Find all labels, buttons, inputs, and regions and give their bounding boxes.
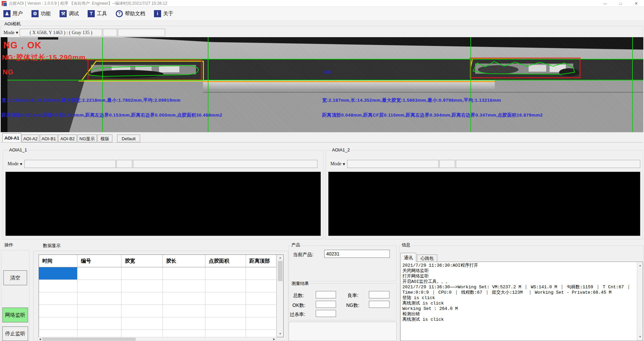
toolbar-item-help[interactable]: ? 帮助文档 (116, 10, 145, 17)
comms-log[interactable]: 2021/7/29 11:36:30:AOI程序打开 关闭网络监听 打开网络监听… (400, 262, 643, 341)
aoia1-2-image-view[interactable] (328, 172, 640, 236)
left-stats-line1: 宽:2.218mm,长:15.290mm,最大胶宽:2.2218mm,最小:1.… (2, 97, 180, 103)
log-line: 2021/7/29 11:36:30:AOI程序打开 (402, 263, 636, 268)
column-header-distance-top[interactable]: 距离顶部 (246, 255, 276, 267)
scroll-right-icon[interactable]: ▶ (272, 337, 276, 341)
tab-aoi-a2[interactable]: AOI-A2 (22, 135, 39, 142)
log-line: 离线测试 is click (402, 301, 636, 306)
toolbar-label-tools: 工具 (97, 10, 107, 17)
window-title: 点胶AOI [ Version : 1.0.0.9 ] 程序 【当前用户: En… (9, 1, 167, 6)
left-stats-line2: 距离顶部0.021mm,距离CF层0.110mm,距离左边界0.153mm,距离… (2, 112, 222, 118)
close-button[interactable]: ✕ (628, 0, 644, 7)
orange-baseline-segment (203, 81, 495, 82)
operation-group-label: 操作 (3, 242, 14, 248)
user-icon: ♟ (3, 10, 10, 17)
table-cell (246, 267, 276, 280)
table-cell (205, 267, 246, 280)
tab-ng-display[interactable]: NG显示 (77, 135, 97, 142)
column-header-glue-width[interactable]: 胶宽 (121, 255, 163, 267)
scroll-up-icon[interactable]: ▲ (277, 255, 284, 260)
column-header-time[interactable]: 时间 (39, 255, 77, 267)
tab-default[interactable]: Default (117, 135, 140, 142)
stop-listen-button[interactable]: 停止监听 (2, 326, 28, 341)
table-horizontal-scrollbar[interactable]: ◀ ▶ (37, 337, 277, 341)
tab-aoi-b2[interactable]: AOI-B2 (58, 135, 77, 142)
ok-label-text: OK (324, 70, 331, 75)
minimize-button[interactable]: — (597, 0, 613, 7)
tab-heartbeat[interactable]: 心跳包 (417, 254, 437, 262)
left-glue-overlay (80, 58, 207, 81)
clear-button[interactable]: 清空 (3, 270, 27, 285)
toolbar-item-debug[interactable]: ⚒ 调试 (60, 10, 79, 17)
tab-aoi-b1[interactable]: AOI-B1 (40, 135, 58, 142)
green-horizontal-line-top (7, 59, 643, 59)
aoia1-2-label: AOIA1_2 (331, 147, 351, 152)
aoia1-2-field-1 (347, 160, 439, 168)
toolbar-item-function[interactable]: ⚙ 功能 (31, 10, 51, 17)
aoia1-1-field-1 (24, 160, 116, 168)
overkill-rate-input[interactable] (316, 310, 336, 317)
table-cell (246, 292, 276, 305)
camera-mode-label: Mode (3, 30, 15, 35)
scroll-down-icon[interactable]: ▼ (277, 332, 284, 336)
table-cell-selected[interactable] (39, 267, 77, 280)
maximize-button[interactable]: □ (613, 0, 628, 7)
camera-mode-dropdown[interactable]: Mode▾ (3, 29, 19, 36)
table-cell (121, 317, 163, 330)
tab-comms[interactable]: 通讯 (400, 253, 416, 262)
table-scroll-thumb[interactable] (278, 261, 283, 281)
table-cell (121, 280, 163, 292)
app-icon (2, 1, 6, 6)
log-line: 2021/7/29 11:36:30——>Working Set: VM:523… (402, 285, 636, 290)
spare-panel (289, 322, 397, 341)
log-vertical-scrollbar[interactable]: ▲ ▼ (637, 262, 643, 341)
camera-group-label: AOI相机 (3, 21, 22, 27)
table-cell (246, 305, 276, 317)
column-header-id[interactable]: 编号 (77, 255, 121, 267)
scroll-left-icon[interactable]: ◀ (38, 337, 42, 341)
table-cell (39, 317, 77, 330)
table-cell (39, 305, 77, 317)
network-listen-button[interactable]: 网络监听 (2, 308, 28, 322)
aoia1-1-label: AOIA1_1 (8, 147, 28, 152)
log-line: 离线测试 is click (402, 317, 636, 322)
scroll-down-icon[interactable]: ▼ (637, 335, 643, 339)
toolbar-item-about[interactable]: i 关于 (154, 10, 173, 17)
table-cell (77, 305, 121, 317)
info-group-label: 信息 (401, 242, 412, 248)
table-cell (77, 330, 121, 337)
table-cell (39, 292, 77, 305)
aoia1-2-mode-dropdown[interactable]: Mode▾ (330, 160, 346, 168)
table-hscroll-thumb[interactable] (42, 338, 136, 341)
toolbar-label-debug: 调试 (69, 10, 79, 17)
column-header-glue-length[interactable]: 胶长 (163, 255, 205, 267)
yield-rate-input[interactable] (369, 291, 390, 298)
camera-image-view[interactable]: NG，OK NG:胶体过长:15.290mm, NG OK 宽:2.218mm,… (1, 37, 643, 132)
table-cell (121, 305, 163, 317)
toolbar-item-user[interactable]: ♟ 用户 (3, 10, 23, 17)
tab-template[interactable]: 模版 (97, 135, 112, 142)
toolbar-item-tools[interactable]: T 工具 (88, 10, 107, 17)
ng-count-input[interactable] (369, 301, 390, 308)
photo-seam-line (203, 92, 643, 93)
scroll-up-icon[interactable]: ▲ (637, 263, 643, 268)
product-group-label: 产品 (290, 242, 301, 248)
toolbar-label-function: 功能 (41, 10, 51, 17)
total-count-input[interactable] (316, 291, 336, 298)
log-line: Working Set : 264.0 M (402, 306, 636, 312)
ok-count-input[interactable] (316, 301, 336, 308)
current-product-input[interactable] (324, 250, 390, 258)
table-cell (77, 292, 121, 305)
table-cell (163, 305, 205, 317)
aoia1-1-mode-dropdown[interactable]: Mode▾ (7, 160, 23, 168)
aoia1-2-field-3 (456, 160, 640, 168)
table-vertical-scrollbar[interactable]: ▲ ▼ (276, 255, 283, 337)
aoia1-1-image-view[interactable] (5, 172, 321, 236)
tab-aoi-a1[interactable]: AOI-A1 (2, 133, 21, 142)
data-table[interactable]: 时间 编号 胶宽 胶长 点胶面积 距离顶部 (39, 255, 276, 337)
column-header-glue-area[interactable]: 点胶面积 (205, 255, 246, 267)
table-cell (39, 330, 77, 337)
camera-field-small (103, 29, 117, 36)
aoia1-1-field-3 (133, 160, 317, 168)
chevron-down-icon: ▾ (16, 30, 18, 35)
